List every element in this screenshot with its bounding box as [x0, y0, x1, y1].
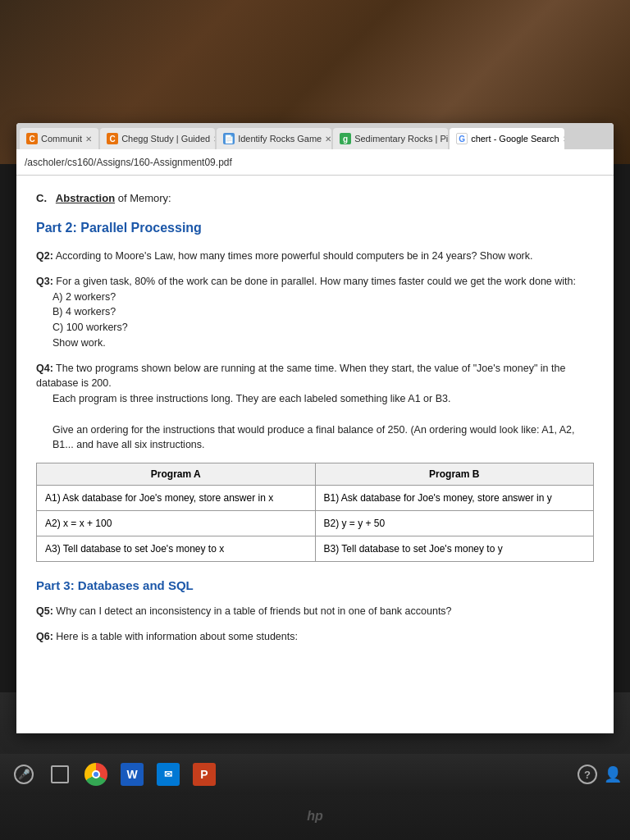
browser-window: C Communit ✕ C Chegg Study | Guided ✕ 📄 …	[16, 123, 614, 733]
q3-option-a: A) 2 workers?	[52, 290, 594, 305]
table-cell-b2: B2) y = y + 50	[315, 511, 594, 536]
q4-line3: Give an ordering for the instructions th…	[52, 422, 594, 454]
taskbar-mail[interactable]: ✉	[153, 759, 184, 790]
taskbar-powerpoint[interactable]: P	[189, 759, 220, 790]
user-icon[interactable]: 👤	[604, 765, 622, 783]
question-2: Q2: According to Moore's Law, how many t…	[36, 249, 594, 264]
taskbar-chrome[interactable]	[80, 759, 112, 790]
hp-logo: hp	[307, 809, 323, 824]
question-4: Q4: The two programs shown below are run…	[36, 361, 594, 454]
microphone-icon: 🎤	[14, 765, 34, 784]
q3-option-b: B) 4 workers?	[52, 304, 594, 320]
q4-line2: Each program is three instructions long.…	[52, 391, 594, 407]
word-icon: W	[121, 763, 144, 786]
part2-heading: Part 2: Parallel Processing	[36, 221, 594, 235]
q6-text: Here is a table with information about s…	[56, 631, 298, 642]
q4-text: The two programs shown below are running…	[36, 363, 565, 390]
table-header-b: Program B	[315, 463, 594, 486]
address-bar: /ascholer/cs160/Assigns/160-Assignment09…	[16, 149, 614, 176]
tab-close-rocks-game[interactable]: ✕	[325, 135, 331, 144]
address-text[interactable]: /ascholer/cs160/Assigns/160-Assignment09…	[25, 157, 605, 168]
taskbar-word[interactable]: W	[116, 759, 148, 790]
section-c-label: C.	[36, 192, 47, 204]
q3-show-work: Show work.	[52, 336, 594, 351]
table-cell-b3: B3) Tell database to set Joe's money to …	[315, 536, 594, 562]
tab-close-chegg[interactable]: ✕	[213, 135, 215, 144]
table-cell-b1: B1) Ask database for Joe's money, store …	[315, 486, 594, 511]
tab-chegg[interactable]: C Chegg Study | Guided ✕	[100, 128, 215, 149]
table-row: A3) Tell database to set Joe's money to …	[37, 536, 594, 562]
question-5: Q5: Why can I detect an inconsistency in…	[36, 604, 594, 619]
q2-number: Q2:	[36, 250, 53, 262]
q4-number: Q4:	[36, 363, 53, 374]
mail-icon: ✉	[157, 763, 180, 786]
tab-close-community[interactable]: ✕	[85, 135, 92, 144]
q5-text: Why can I detect an inconsistency in a t…	[56, 605, 451, 617]
question-3: Q3: For a given task, 80% of the work ca…	[36, 274, 594, 351]
tab-chert[interactable]: G chert - Google Search ✕	[450, 128, 564, 149]
tab-icon-sedimentary: g	[340, 133, 351, 144]
table-header-a: Program A	[37, 463, 316, 486]
tab-icon-chert: G	[456, 133, 468, 144]
taskbar-right: ? 👤	[578, 765, 622, 784]
tab-close-chert[interactable]: ✕	[563, 135, 564, 144]
q3-number: Q3:	[36, 276, 53, 287]
taskbar-desktop[interactable]	[44, 759, 75, 790]
table-row: A1) Ask database for Joe's money, store …	[37, 486, 594, 511]
q3-option-c: C) 100 workers?	[52, 320, 594, 336]
taskbar-mic[interactable]: 🎤	[8, 759, 39, 790]
taskbar: 🎤 W ✉ P ? 👤	[0, 754, 630, 795]
tab-icon-community: C	[26, 133, 38, 144]
q5-number: Q5:	[36, 605, 53, 617]
table-cell-a2: A2) x = x + 100	[37, 511, 316, 536]
tab-sedimentary[interactable]: g Sedimentary Rocks | Pi ✕	[333, 128, 448, 149]
q2-text: According to Moore's Law, how many times…	[56, 250, 533, 262]
q6-number: Q6:	[36, 631, 53, 642]
section-c-title: Abstraction	[56, 192, 115, 204]
table-cell-a3: A3) Tell database to set Joe's money to …	[37, 536, 316, 562]
section-c-rest: of Memory:	[115, 192, 171, 204]
q3-text: For a given task, 80% of the work can be…	[56, 276, 576, 287]
tab-icon-rocks-game: 📄	[223, 133, 235, 144]
section-c: C. Abstraction of Memory:	[36, 192, 594, 204]
tab-rocks-game[interactable]: 📄 Identify Rocks Game ✕	[217, 128, 331, 149]
tab-community[interactable]: C Communit ✕	[20, 128, 98, 149]
table-cell-a1: A1) Ask database for Joe's money, store …	[37, 486, 316, 511]
program-table: Program A Program B A1) Ask database for…	[36, 463, 594, 562]
tab-bar: C Communit ✕ C Chegg Study | Guided ✕ 📄 …	[16, 123, 614, 149]
doc-content: C. Abstraction of Memory: Part 2: Parall…	[16, 176, 614, 733]
part3-heading: Part 3: Databases and SQL	[36, 578, 594, 592]
chrome-icon	[84, 763, 107, 786]
powerpoint-icon: P	[193, 763, 216, 786]
help-icon[interactable]: ?	[578, 765, 597, 784]
question-6: Q6: Here is a table with information abo…	[36, 629, 594, 645]
table-row: A2) x = x + 100 B2) y = y + 50	[37, 511, 594, 536]
tab-icon-chegg: C	[107, 133, 118, 144]
desktop-icon	[51, 765, 69, 783]
